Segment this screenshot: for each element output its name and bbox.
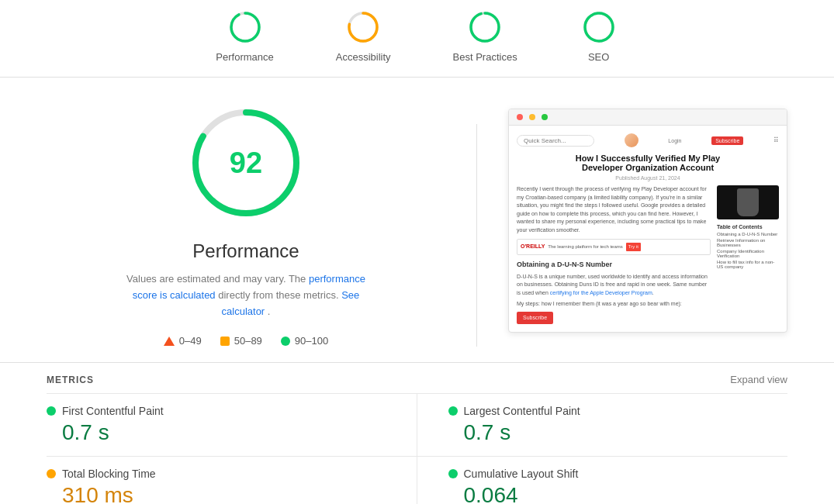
fcp-status-dot <box>47 406 56 416</box>
gauge-score: 92 <box>230 147 262 180</box>
screenshot-frame: Quick Search... Login Subscribe ⠿ How I … <box>508 109 787 333</box>
ss-toc-title: Table of Contents <box>717 224 779 230</box>
ss-toc-item-4: How to fill tax info for a non-US compan… <box>717 260 779 269</box>
score-circle-best-practices <box>465 8 504 47</box>
screenshot-content: Quick Search... Login Subscribe ⠿ How I … <box>509 126 787 332</box>
score-item-best-practices: Best Practices <box>453 8 517 63</box>
gauge-section: 92 Performance Values are estimated and … <box>47 101 445 347</box>
ss-article-title: How I Successfully Verified My PlayDevel… <box>517 154 779 172</box>
browser-expand-dot <box>542 114 548 120</box>
screenshot-section: Quick Search... Login Subscribe ⠿ How I … <box>508 101 787 333</box>
gauge-desc-mid: directly from these metrics. <box>218 289 338 301</box>
red-triangle-icon <box>164 337 175 346</box>
score-item-accessibility: Accessibility <box>336 8 391 63</box>
svg-point-7 <box>585 13 613 41</box>
ss-grid-icon: ⠿ <box>773 136 779 144</box>
browser-close-dot <box>517 114 523 120</box>
score-item-performance: Performance <box>216 8 273 63</box>
metric-card-lcp: Largest Contentful Paint 0.7 s <box>417 393 788 456</box>
svg-point-5 <box>471 13 499 41</box>
ss-login: Login <box>668 138 681 143</box>
score-label-performance: Performance <box>216 51 273 63</box>
score-circle-performance <box>226 8 265 47</box>
fcp-name: First Contentful Paint <box>62 405 164 417</box>
ss-article-date: Published August 21, 2024 <box>517 175 779 181</box>
ss-subscribe-badge: Subscribe <box>711 136 743 145</box>
score-circle-seo <box>580 8 618 47</box>
ss-body-text: Recently I went through the process of v… <box>517 185 711 234</box>
ss-section-title: Obtaining a D-U-N-S Number <box>517 260 711 271</box>
legend-item-red: 0–49 <box>164 335 202 347</box>
expand-view-button[interactable]: Expand view <box>730 374 787 385</box>
ss-search-box: Quick Search... <box>517 135 594 147</box>
ss-apple-link: certifying for the Apple Developer Progr… <box>550 290 652 295</box>
score-bar: Performance Accessibility Best Practices… <box>0 0 834 78</box>
green-dot-icon <box>281 337 290 346</box>
cls-value: 0.064 <box>448 483 788 504</box>
section-divider <box>476 124 477 347</box>
ss-toc-item-1: Obtaining a D-U-N-S Number <box>717 232 779 236</box>
cls-name: Cumulative Layout Shift <box>464 468 579 480</box>
tbt-name: Total Blocking Time <box>62 468 156 480</box>
ss-toc-item-2: Retrieve Information on Businesses <box>717 238 779 247</box>
legend-item-orange: 50–89 <box>220 335 262 347</box>
legend: 0–49 50–89 90–100 <box>164 335 328 347</box>
metric-header-fcp: First Contentful Paint <box>47 405 386 417</box>
metric-header-cls: Cumulative Layout Shift <box>448 468 788 480</box>
score-label-accessibility: Accessibility <box>336 51 391 63</box>
legend-range-orange: 50–89 <box>234 335 262 347</box>
ss-main-content: Recently I went through the process of v… <box>517 185 711 324</box>
score-circle-accessibility <box>344 8 382 47</box>
gauge-desc-start: Values are estimated and may vary. The <box>126 273 306 285</box>
ss-steps-text: My steps: how I remember them (it was a … <box>517 300 711 309</box>
orange-square-icon <box>220 337 230 346</box>
tbt-status-dot <box>47 469 56 478</box>
ss-ad-box: O'REILLY The learning platform for tech … <box>517 239 711 255</box>
metrics-section-title: METRICS <box>47 375 94 385</box>
metric-header-lcp: Largest Contentful Paint <box>448 405 788 417</box>
ss-body: Recently I went through the process of v… <box>517 185 779 324</box>
metrics-header: METRICS Expand view <box>0 362 834 393</box>
metric-card-cls: Cumulative Layout Shift 0.064 <box>417 456 788 504</box>
gauge-description: Values are estimated and may vary. The p… <box>114 271 378 319</box>
score-label-seo: SEO <box>588 51 609 63</box>
lcp-status-dot <box>448 406 458 416</box>
ss-ad-badge: Try it <box>626 243 641 251</box>
browser-minimize-dot <box>529 114 535 120</box>
legend-item-green: 90–100 <box>281 335 328 347</box>
cls-status-dot <box>448 469 458 478</box>
ss-topbar: Quick Search... Login Subscribe ⠿ <box>517 133 779 147</box>
ss-ad-text: The learning platform for tech teams <box>548 243 622 250</box>
score-label-best-practices: Best Practices <box>453 51 517 63</box>
lcp-value: 0.7 s <box>448 420 788 445</box>
ss-toc-item-3: Company Identification Verification <box>717 249 779 258</box>
metric-header-tbt: Total Blocking Time <box>47 468 386 480</box>
legend-range-red: 0–49 <box>179 335 202 347</box>
score-item-seo: SEO <box>580 8 618 63</box>
tbt-value: 310 ms <box>47 483 386 504</box>
ss-avatar <box>625 133 638 147</box>
fcp-value: 0.7 s <box>47 420 386 445</box>
gauge-title: Performance <box>192 240 299 262</box>
browser-bar <box>509 109 787 126</box>
ss-dun-text: D-U-N-S is a unique number, used worldwi… <box>517 273 711 298</box>
ss-sidebar: Table of Contents Obtaining a D-U-N-S Nu… <box>717 185 779 324</box>
metric-card-tbt: Total Blocking Time 310 ms <box>47 456 417 504</box>
svg-point-1 <box>231 13 259 41</box>
metric-card-fcp: First Contentful Paint 0.7 s <box>47 393 417 456</box>
main-content: 92 Performance Values are estimated and … <box>0 78 834 362</box>
big-gauge: 92 <box>184 101 308 225</box>
legend-range-green: 90–100 <box>295 335 328 347</box>
ss-bottom-subscribe: Subscribe <box>517 312 553 325</box>
lcp-name: Largest Contentful Paint <box>464 405 580 417</box>
ss-oreilly-logo: O'REILLY <box>521 243 545 251</box>
metrics-grid: First Contentful Paint 0.7 s Largest Con… <box>0 393 834 504</box>
